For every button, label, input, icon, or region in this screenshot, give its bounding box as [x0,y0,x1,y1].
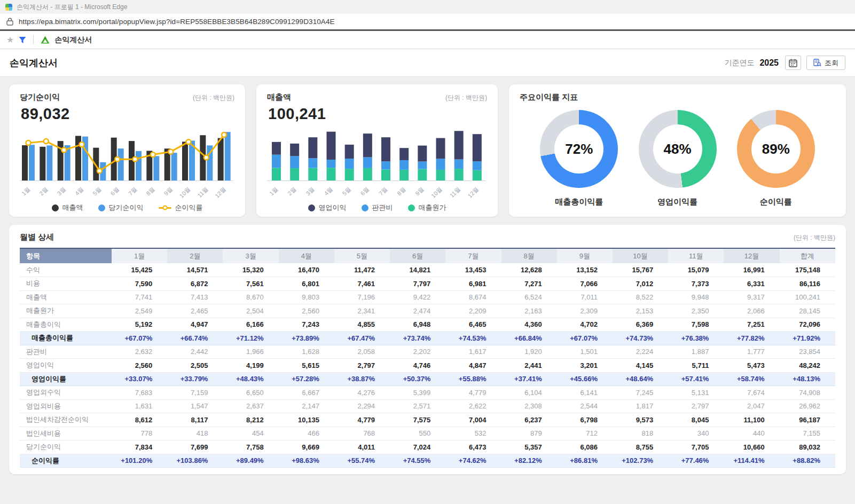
column-header: 1월 [112,248,167,263]
table-cell: 6,465 [445,318,501,332]
x-axis-label: 2월 [286,186,297,197]
chart-legend: 매출액당기순이익순이익률 [20,203,234,212]
row-label: 판관비 [20,345,112,359]
table-cell: 13,152 [557,263,613,277]
table-title: 월별 상세 [20,232,54,242]
calendar-button[interactable] [785,56,801,70]
base-year-value[interactable]: 2025 [759,58,779,68]
legend-label: 판관비 [372,203,393,212]
table-cell: 16,991 [724,263,779,277]
table-cell: 7,245 [613,386,668,400]
stack-segment [272,168,281,180]
table-cell: +67.07% [557,332,613,345]
bar-net-income [225,132,231,180]
table-cell: 15,079 [668,263,724,277]
address-bar[interactable]: https://epa.bimatrix.com/portal/popupVie… [0,14,855,31]
table-cell: 15,320 [223,263,278,277]
donut-percentage: 48% [639,110,717,188]
line-marker [61,148,66,153]
table-row: 영업외수익7,6837,1596,6506,6674,2765,3994,779… [20,386,835,400]
table-cell: 7,024 [390,440,445,454]
table-cell: +82.12% [501,454,557,468]
table-cell: 6,524 [501,290,557,304]
table-cell: 11,472 [334,263,390,277]
table-cell: 2,442 [167,345,223,359]
row-label: 매출액 [20,290,112,304]
table-cell: 7,196 [334,290,390,304]
x-axis-label: 1월 [20,186,32,197]
table-cell: 8,612 [112,413,167,427]
legend-label: 매출원가 [419,203,446,212]
row-label: 비용 [20,277,112,291]
table-cell: 440 [724,427,779,440]
table-cell: 7,159 [167,386,223,400]
stack-segment [290,168,299,180]
table-cell: 7,461 [334,277,390,291]
favorite-star-icon[interactable]: ★ [6,36,14,44]
site-favicon-icon [5,4,12,11]
table-cell: 2,047 [724,399,779,413]
line-marker [168,149,173,154]
dot-icon [408,204,415,211]
x-axis-label: 8월 [396,186,407,197]
ring-icon [162,206,167,210]
table-cell: 6,104 [501,386,557,400]
table-cell: +74.73% [613,332,668,345]
table-cell: 72,096 [780,318,835,332]
table-cell: 2,350 [668,304,724,318]
table-cell: +38.87% [334,372,390,386]
table-cell: 9,573 [613,413,668,427]
row-label: 매출총이익률 [20,332,112,345]
table-cell: 1,501 [557,345,613,359]
table-row: 매출총이익률+67.07%+66.74%+71.12%+73.89%+67.47… [20,332,835,345]
table-cell: 2,637 [223,399,278,413]
base-year-label: 기준연도 [724,58,754,68]
table-cell: 7,575 [390,413,445,427]
card-title: 매출액 [267,92,291,103]
table-cell: 7,674 [724,386,779,400]
table-cell: +77.46% [668,454,724,468]
stack-segment [473,161,482,170]
table-cell: +74.62% [445,454,501,468]
table-cell: 5,473 [724,359,779,373]
table-cell: +57.28% [279,372,334,386]
table-cell: 7,834 [112,440,167,454]
table-cell: 2,309 [557,304,613,318]
stack-segment [308,158,317,168]
table-cell: 7,705 [668,440,724,454]
bar-net-income [153,156,159,180]
table-cell: +103.86% [167,454,223,468]
bimatrix-logo-icon [41,36,50,44]
dot-icon [52,204,59,211]
search-button[interactable]: 조회 [806,56,845,70]
table-cell: 4,847 [445,359,501,373]
card-title: 주요이익률 지표 [520,92,578,103]
revenue-total: 100,241 [268,105,487,123]
stack-segment [436,138,445,159]
url-text[interactable]: https://epa.bimatrix.com/portal/popupVie… [19,18,335,26]
table-cell: 4,779 [334,413,390,427]
table-cell: 4,779 [445,386,501,400]
table-cell: +101.20% [112,454,167,468]
stack-segment [399,148,409,160]
table-cell: 2,632 [112,345,167,359]
table-cell: 7,413 [167,290,223,304]
column-header: 11월 [668,248,724,263]
donut-label: 매출총이익률 [555,197,603,207]
table-cell: 89,032 [780,440,835,454]
filter-funnel-icon[interactable] [19,36,26,44]
bar-net-income [46,145,52,180]
x-axis-label: 3월 [56,186,67,197]
table-cell: 5,711 [668,359,724,373]
line-marker [115,157,120,162]
x-axis-label: 10월 [178,186,191,199]
column-header: 2월 [167,248,223,263]
table-cell: 5,131 [668,386,724,400]
stack-segment [308,137,317,158]
table-cell: 14,821 [390,263,445,277]
report-tab-label[interactable]: 손익계산서 [54,35,92,45]
stack-segment [345,145,354,159]
legend-label: 순이익률 [175,203,203,212]
table-cell: 5,615 [279,359,334,373]
table-cell: 6,331 [724,277,779,291]
